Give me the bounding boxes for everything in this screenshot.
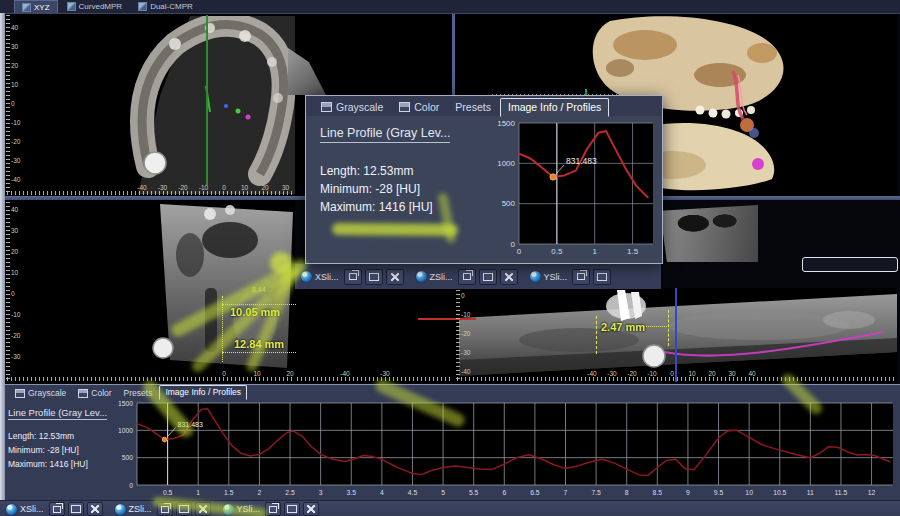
left-splitter[interactable] [0, 13, 5, 500]
measurement-line-upper [222, 304, 296, 305]
measurement-lower-label[interactable]: 12.84 mm [234, 338, 284, 350]
color-icon [399, 102, 410, 112]
crosshair-vertical-green[interactable] [206, 15, 208, 185]
sagittal-horizontal-ruler: -40-30-20-10010203040 [455, 371, 897, 382]
crosshair-vertical-blue[interactable] [675, 288, 677, 382]
panel-divider-vertical[interactable] [452, 13, 455, 95]
close-button[interactable] [87, 502, 103, 516]
tab-grayscale-label: Grayscale [336, 101, 383, 113]
tab-grayscale[interactable]: Grayscale [10, 387, 71, 400]
slice-window-bar-bottom: XSli... ZSli... YSli... [0, 500, 900, 516]
restore-button[interactable] [458, 269, 476, 285]
tab-grayscale[interactable]: Grayscale [314, 99, 390, 116]
zslice-window-tab[interactable]: ZSli... [109, 502, 217, 516]
maximize-button[interactable] [479, 269, 497, 285]
sagittal-vertical-ruler: 0-10-20-30-40 [455, 288, 472, 382]
maximize-icon [179, 505, 189, 513]
tab-curvedmpr[interactable]: CurvedMPR [60, 1, 130, 13]
svg-text:500: 500 [122, 454, 134, 461]
tab-xyz[interactable]: XYZ [14, 0, 58, 13]
maximize-button[interactable] [176, 502, 192, 516]
svg-text:4.5: 4.5 [408, 489, 418, 496]
popup-tab-bar: Grayscale Color Presets Image Info / Pro… [306, 96, 662, 116]
yslice-window-tab[interactable]: YSli... [524, 269, 618, 285]
measurement-upper-label[interactable]: 10.05 mm [230, 306, 280, 318]
ruler-label: -30 [11, 158, 20, 165]
svg-text:831.483: 831.483 [566, 156, 597, 166]
tab-presets[interactable]: Presets [448, 99, 498, 116]
slice-empty-panel[interactable]: -40-30 [295, 288, 455, 382]
ruler-label: -20 [627, 371, 636, 378]
svg-text:6: 6 [502, 489, 506, 496]
ruler-label: -20 [11, 333, 20, 340]
yslice-window-tab[interactable]: YSli... [217, 502, 326, 516]
xslice-window-tab[interactable]: XSli... [0, 502, 109, 516]
tab-xyz-label: XYZ [34, 3, 50, 12]
restore-button[interactable] [49, 502, 65, 516]
sagittal-slice-panel[interactable]: 2.47 mm 0-10-20-30-40 -40-30-20-10010203… [455, 288, 897, 382]
sagittal-ct-fragment [660, 205, 758, 262]
close-icon [391, 273, 399, 281]
maximize-button[interactable] [365, 269, 383, 285]
maximize-button[interactable] [284, 502, 300, 516]
tab-image-info-profiles[interactable]: Image Info / Profiles [159, 385, 247, 400]
image-info-profiles-popup: Grayscale Color Presets Image Info / Pro… [305, 95, 663, 264]
line-profile-link[interactable]: Line Profile (Gray Lev... [320, 126, 450, 143]
restore-button[interactable] [344, 269, 362, 285]
ruler-label: 40 [11, 25, 18, 32]
svg-text:831.483: 831.483 [178, 421, 203, 428]
tab-grayscale-label: Grayscale [28, 388, 66, 398]
ruler-label: 30 [282, 185, 289, 192]
svg-text:1000: 1000 [118, 427, 133, 434]
tab-presets-label: Presets [124, 388, 153, 398]
tab-dualcmpr[interactable]: Dual-CMPR [131, 1, 200, 13]
slice-window-icon [530, 271, 541, 282]
close-button[interactable] [500, 269, 518, 285]
svg-text:500: 500 [502, 199, 516, 208]
color-icon [78, 389, 88, 398]
slice-window-icon [301, 271, 312, 282]
measurement-connector [641, 326, 669, 327]
maximize-icon [369, 273, 379, 281]
ruler-label: 0 [11, 101, 15, 108]
ruler-label: -10 [199, 185, 208, 192]
xslice-window-tab[interactable]: XSli... [295, 269, 410, 285]
tab-image-info-profiles[interactable]: Image Info / Profiles [500, 98, 609, 117]
restore-button[interactable] [572, 269, 590, 285]
close-button[interactable] [386, 269, 404, 285]
maximize-button[interactable] [593, 269, 611, 285]
ruler-label: -10 [11, 120, 20, 127]
ruler-label: 10 [11, 82, 18, 89]
close-button[interactable] [303, 502, 319, 516]
restore-button[interactable] [265, 502, 281, 516]
ruler-label: -20 [178, 185, 187, 192]
tab-image-info-label: Image Info / Profiles [508, 101, 601, 113]
restore-button[interactable] [157, 502, 173, 516]
maximize-icon [483, 273, 493, 281]
measurement-right-label[interactable]: 2.47 mm [601, 321, 645, 333]
ruler-label: 10 [253, 371, 260, 378]
close-button[interactable] [195, 502, 211, 516]
line-profile-chart-full: 0500100015000.511.522.533.544.555.566.57… [110, 399, 900, 500]
ruler-label: 10 [688, 371, 695, 378]
zslice-window-tab[interactable]: ZSli... [410, 269, 524, 285]
tab-color-label: Color [414, 101, 439, 113]
tab-dualcmpr-label: Dual-CMPR [150, 2, 193, 11]
maximize-button[interactable] [68, 502, 84, 516]
docked-tab-outline[interactable] [802, 257, 898, 272]
ruler-label: 20 [11, 63, 18, 70]
axial-slice-panel[interactable]: 403020100-10-20-30-40 -40-30-20-10010203… [5, 13, 295, 196]
svg-text:8: 8 [625, 489, 629, 496]
tab-color[interactable]: Color [392, 99, 446, 116]
line-profile-link[interactable]: Line Profile (Gray Lev... [8, 407, 107, 420]
ruler-label: -10 [461, 312, 470, 319]
maximize-icon [597, 273, 607, 281]
ruler-label: -40 [340, 371, 349, 378]
coronal-slice-panel[interactable]: 10.05 mm 12.84 mm 8.44 403020100-10-20-3… [5, 200, 295, 382]
tab-image-info-label: Image Info / Profiles [165, 387, 241, 397]
ruler-label: 0 [461, 293, 465, 300]
application-window: XYZ CurvedMPR Dual-CMPR 4 [0, 0, 900, 516]
ruler-label: -10 [647, 371, 656, 378]
profile-minimum: Minimum: -28 [HU] [8, 445, 79, 455]
slice-window-icon [416, 271, 427, 282]
